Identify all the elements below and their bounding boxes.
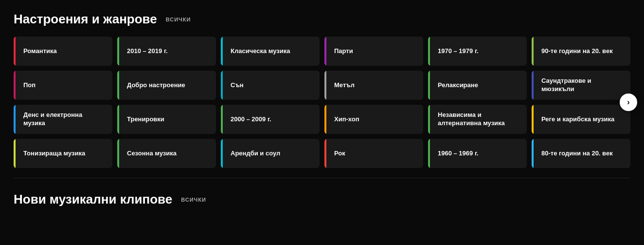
genre-card-klasicheska[interactable]: Класическа музика bbox=[221, 37, 320, 66]
genre-label-dobro: Добро настроение bbox=[124, 81, 185, 90]
genre-card-romantika[interactable]: Романтика bbox=[14, 37, 112, 66]
genre-label-pop: Поп bbox=[20, 81, 36, 90]
genre-card-sezonno[interactable]: Сезонна музика bbox=[117, 139, 216, 168]
genre-label-saundtrakove: Саундтракове и мюзикъли bbox=[538, 77, 624, 94]
genre-label-tonizirashta: Тонизираща музика bbox=[20, 150, 85, 158]
genre-card-2000-2009[interactable]: 2000 – 2009 г. bbox=[221, 105, 320, 134]
genre-card-tonizirashta[interactable]: Тонизираща музика bbox=[14, 139, 112, 168]
genre-card-saundtrakove[interactable]: Саундтракове и мюзикъли bbox=[532, 71, 630, 100]
new-section-header: Нови музикални клипове ВСИЧКИ bbox=[14, 192, 630, 207]
genre-card-metul[interactable]: Метъл bbox=[324, 71, 423, 100]
genre-label-arendbi: Арендби и соул bbox=[228, 150, 280, 158]
genre-label-parti: Парти bbox=[331, 47, 353, 56]
genre-label-nezavisima: Независима и алтернативна музика bbox=[435, 111, 520, 128]
genre-label-romantika: Романтика bbox=[20, 47, 57, 56]
moods-grid: Романтика2010 – 2019 г.Класическа музика… bbox=[14, 37, 630, 168]
genre-card-1960-1969[interactable]: 1960 – 1969 г. bbox=[428, 139, 527, 168]
genre-card-parti[interactable]: Парти bbox=[324, 37, 423, 66]
moods-title: Настроения и жанрове bbox=[14, 12, 157, 27]
genre-card-hip-hop[interactable]: Хип-хоп bbox=[324, 105, 423, 134]
genre-label-sezonno: Сезонна музика bbox=[124, 150, 177, 158]
genre-card-dobro[interactable]: Добро настроение bbox=[117, 71, 216, 100]
genre-card-1970-1979[interactable]: 1970 – 1979 г. bbox=[428, 37, 527, 66]
genre-card-sun[interactable]: Сън bbox=[221, 71, 320, 100]
genre-label-hip-hop: Хип-хоп bbox=[331, 115, 359, 124]
moods-all-link[interactable]: ВСИЧКИ bbox=[166, 17, 191, 22]
genre-card-nezavisima[interactable]: Независима и алтернативна музика bbox=[428, 105, 527, 134]
genre-label-metul: Метъл bbox=[331, 81, 355, 90]
genre-label-sun: Сън bbox=[228, 81, 244, 90]
next-arrow-icon: › bbox=[627, 98, 629, 107]
new-section-all-link[interactable]: ВСИЧКИ bbox=[181, 197, 206, 203]
genre-card-trenirovki[interactable]: Тренировки bbox=[117, 105, 216, 134]
genre-label-klasicheska: Класическа музика bbox=[228, 47, 290, 56]
moods-section: Настроения и жанрове ВСИЧКИ Романтика201… bbox=[0, 0, 644, 178]
genre-label-2000-2009: 2000 – 2009 г. bbox=[228, 115, 271, 124]
genre-card-rok[interactable]: Рок bbox=[324, 139, 423, 168]
next-button[interactable]: › bbox=[620, 94, 637, 111]
genre-card-80te[interactable]: 80-те години на 20. век bbox=[532, 139, 630, 168]
new-section: Нови музикални клипове ВСИЧКИ bbox=[0, 178, 644, 222]
moods-header: Настроения и жанрове ВСИЧКИ bbox=[14, 12, 630, 27]
genre-card-arendbi[interactable]: Арендби и соул bbox=[221, 139, 320, 168]
genre-label-1960-1969: 1960 – 1969 г. bbox=[435, 150, 479, 158]
genre-card-pop[interactable]: Поп bbox=[14, 71, 112, 100]
genre-label-dens: Денс и електронна музика bbox=[20, 111, 106, 128]
genre-label-rege: Реге и карибска музика bbox=[538, 115, 614, 124]
genre-label-90te: 90-те години на 20. век bbox=[538, 47, 613, 56]
genre-label-2010-2019: 2010 – 2019 г. bbox=[124, 47, 168, 56]
moods-grid-container: Романтика2010 – 2019 г.Класическа музика… bbox=[14, 37, 630, 168]
genre-card-rege[interactable]: Реге и карибска музика bbox=[532, 105, 630, 134]
genre-label-trenirovki: Тренировки bbox=[124, 115, 164, 124]
genre-label-80te: 80-те години на 20. век bbox=[538, 150, 613, 158]
genre-label-rok: Рок bbox=[331, 150, 345, 158]
genre-card-relaksirane[interactable]: Релаксиране bbox=[428, 71, 527, 100]
new-section-title: Нови музикални клипове bbox=[14, 192, 172, 207]
genre-card-dens[interactable]: Денс и електронна музика bbox=[14, 105, 112, 134]
genre-card-90te[interactable]: 90-те години на 20. век bbox=[532, 37, 630, 66]
genre-card-2010-2019[interactable]: 2010 – 2019 г. bbox=[117, 37, 216, 66]
genre-label-1970-1979: 1970 – 1979 г. bbox=[435, 47, 479, 56]
genre-label-relaksirane: Релаксиране bbox=[435, 81, 478, 90]
